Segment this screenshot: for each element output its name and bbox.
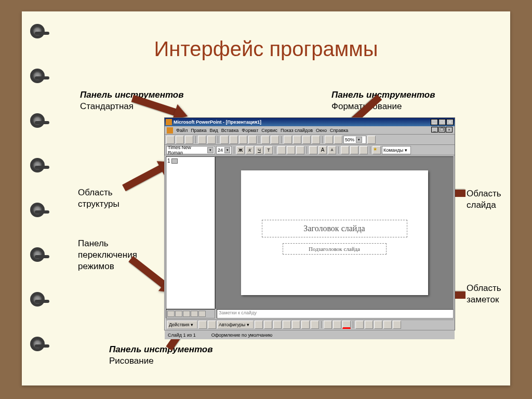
font-size-combo[interactable]: 24▾ xyxy=(216,146,232,154)
underline-icon[interactable]: Ч xyxy=(255,146,263,154)
outline-pane[interactable]: 1 xyxy=(166,156,215,309)
title-placeholder[interactable]: Заголовок слайда xyxy=(262,220,407,237)
draw-menu[interactable]: Действия ▾ xyxy=(167,321,197,329)
print-icon[interactable] xyxy=(198,136,206,144)
child-close-button[interactable]: × xyxy=(446,127,453,132)
child-restore-button[interactable]: ❐ xyxy=(438,127,445,132)
ring-icon xyxy=(30,158,45,172)
ring-icon xyxy=(30,69,45,83)
new-icon[interactable] xyxy=(166,136,175,144)
menu-help[interactable]: Справка xyxy=(330,128,348,133)
slide-view-icon[interactable] xyxy=(183,311,190,317)
font-size: 24 xyxy=(218,148,223,153)
chart-icon[interactable] xyxy=(302,136,311,144)
format-painter-icon[interactable] xyxy=(248,136,257,144)
animate-icon[interactable] xyxy=(360,146,368,154)
italic-icon[interactable]: К xyxy=(246,146,254,154)
bold-icon[interactable]: Ж xyxy=(236,146,245,154)
ring-icon xyxy=(30,113,45,128)
rotate-icon[interactable] xyxy=(208,321,216,329)
oval-icon[interactable] xyxy=(283,321,291,329)
open-icon[interactable] xyxy=(176,136,184,144)
label-view-switch: Панель переключения режимов xyxy=(78,238,140,272)
font-color-icon[interactable] xyxy=(342,321,351,329)
bullets-icon[interactable] xyxy=(309,146,317,154)
child-minimize-button[interactable]: _ xyxy=(431,127,438,132)
subtitle-placeholder[interactable]: Подзаголовок слайда xyxy=(283,243,387,255)
close-button[interactable]: × xyxy=(446,119,454,125)
menu-insert[interactable]: Вставка xyxy=(221,128,238,133)
label-outline-area: Область структуры xyxy=(78,187,125,210)
slide-canvas[interactable]: Заголовок слайда Подзаголовок слайда xyxy=(241,170,428,295)
autoshapes-menu[interactable]: Автофигуры ▾ xyxy=(217,321,254,329)
redo-icon[interactable] xyxy=(271,136,279,144)
menu-slideshow[interactable]: Показ слайдов xyxy=(281,128,313,133)
menu-view[interactable]: Вид xyxy=(210,128,218,133)
sorter-view-icon[interactable] xyxy=(191,311,198,317)
new-slide-icon[interactable] xyxy=(312,136,320,144)
ring-icon xyxy=(30,24,45,38)
star-icon[interactable]: ★ xyxy=(373,146,381,154)
align-left-icon[interactable] xyxy=(277,146,286,154)
decrease-font-icon[interactable]: A xyxy=(328,146,336,154)
arrow-icon[interactable] xyxy=(264,321,272,329)
zoom-combo[interactable]: 50%▾ xyxy=(343,136,366,144)
select-icon[interactable] xyxy=(198,321,207,329)
expand-icon[interactable] xyxy=(325,136,333,144)
shadow-style-icon[interactable] xyxy=(383,321,392,329)
clipart-icon[interactable] xyxy=(311,321,319,329)
paste-icon[interactable] xyxy=(239,136,247,144)
ring-icon xyxy=(30,203,45,217)
textbox-icon[interactable] xyxy=(292,321,300,329)
slide-icon xyxy=(171,158,178,164)
drawing-toolbar: Действия ▾ Автофигуры ▾ xyxy=(166,320,454,329)
slideshow-view-icon[interactable] xyxy=(198,311,206,317)
menu-file[interactable]: Файл xyxy=(176,128,188,133)
menu-format[interactable]: Формат xyxy=(242,128,258,133)
outline-view-icon[interactable] xyxy=(175,311,182,317)
grayscale-icon[interactable] xyxy=(334,136,342,144)
demote-icon[interactable] xyxy=(350,146,358,154)
fill-color-icon[interactable] xyxy=(324,321,332,329)
normal-view-icon[interactable] xyxy=(167,311,175,317)
help-icon[interactable] xyxy=(367,136,376,144)
copy-icon[interactable] xyxy=(230,136,238,144)
rectangle-icon[interactable] xyxy=(273,321,282,329)
menu-tools[interactable]: Сервис xyxy=(261,128,277,133)
save-icon[interactable] xyxy=(185,136,193,144)
slide-pane[interactable]: Заголовок слайда Подзаголовок слайда xyxy=(215,156,454,309)
font-combo[interactable]: Times New Roman▾ xyxy=(166,146,215,154)
increase-font-icon[interactable]: A xyxy=(318,146,327,154)
line-color-icon[interactable] xyxy=(333,321,341,329)
line-icon[interactable] xyxy=(255,321,263,329)
menu-window[interactable]: Окно xyxy=(316,128,327,133)
shadow-icon[interactable]: Т xyxy=(264,146,273,154)
wordart-icon[interactable] xyxy=(301,321,310,329)
table-icon[interactable] xyxy=(293,136,301,144)
spellcheck-icon[interactable] xyxy=(207,136,216,144)
font-name: Times New Roman xyxy=(168,145,206,155)
hyperlink-icon[interactable] xyxy=(284,136,292,144)
outline-number: 1 xyxy=(167,158,170,164)
promote-icon[interactable] xyxy=(341,146,349,154)
undo-icon[interactable] xyxy=(261,136,270,144)
arrow-style-icon[interactable] xyxy=(374,321,382,329)
notes-pane[interactable]: Заметки к слайду xyxy=(217,309,454,318)
doc-icon xyxy=(167,127,173,134)
line-style-icon[interactable] xyxy=(355,321,364,329)
align-right-icon[interactable] xyxy=(296,146,304,154)
commands-combo[interactable]: Команды ▾ xyxy=(382,146,411,154)
dash-style-icon[interactable] xyxy=(365,321,373,329)
app-icon xyxy=(166,119,172,125)
3d-style-icon[interactable] xyxy=(393,321,401,329)
work-area: 1 Заголовок слайда Подзаголовок слайда xyxy=(166,156,454,309)
maximize-button[interactable]: □ xyxy=(438,119,446,125)
menu-edit[interactable]: Правка xyxy=(191,128,206,133)
label-slide-area: Область слайда xyxy=(467,188,508,211)
align-center-icon[interactable] xyxy=(287,146,295,154)
outline-item[interactable]: 1 xyxy=(167,158,214,164)
notes-placeholder: Заметки к слайду xyxy=(219,310,257,315)
minimize-button[interactable]: _ xyxy=(431,119,438,125)
cut-icon[interactable] xyxy=(220,136,229,144)
label-draw-toolbar: Панель инструментов Рисование xyxy=(109,344,212,367)
